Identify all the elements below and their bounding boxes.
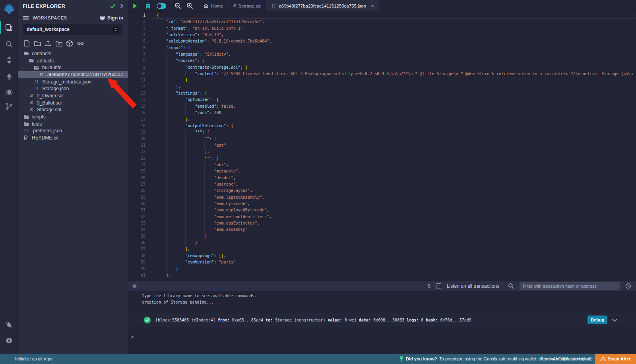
sol-icon: S bbox=[233, 4, 236, 8]
scam-alert-badge[interactable]: Scam Alert bbox=[595, 354, 636, 364]
check-icon[interactable] bbox=[110, 4, 115, 8]
tab-storage-sol[interactable]: SStorage.sol bbox=[229, 0, 267, 12]
file-explorer-header: FILE EXPLORER bbox=[18, 0, 128, 12]
zoom-in-icon[interactable] bbox=[186, 2, 193, 9]
json-icon: {} bbox=[34, 80, 39, 84]
tree-item-artifacts[interactable]: artifacts bbox=[18, 57, 128, 64]
run-script-icon[interactable] bbox=[133, 3, 137, 9]
code-line: "evm.bytecode", bbox=[157, 201, 636, 207]
folder-icon bbox=[23, 122, 29, 126]
code-line: }, bbox=[157, 272, 636, 279]
copilot-toggle[interactable] bbox=[157, 3, 166, 9]
terminal-header: 0 Listen on all transactions bbox=[128, 280, 636, 291]
code-line: "optimizer": { bbox=[157, 97, 636, 103]
zoom-out-icon[interactable] bbox=[175, 2, 181, 9]
status-bar: Initialize as git repo Did you know? To … bbox=[0, 354, 636, 364]
close-tab-icon[interactable]: × bbox=[371, 3, 374, 9]
folder-open-icon bbox=[34, 66, 39, 70]
debugger-icon[interactable] bbox=[0, 85, 18, 99]
tree-item-label: tests bbox=[32, 121, 42, 127]
tree-item-storage-sol[interactable]: SStorage.sol bbox=[18, 106, 128, 114]
code-line: "storageLayout", bbox=[157, 188, 636, 194]
tree-item-tests[interactable]: tests bbox=[18, 120, 128, 128]
sol-icon: S bbox=[29, 93, 34, 98]
tree-item--prettierrc-json[interactable]: {}.prettierrc.json bbox=[18, 128, 128, 135]
settings-gear-icon[interactable] bbox=[0, 334, 18, 347]
hamburger-menu-icon[interactable] bbox=[23, 16, 29, 20]
new-folder-icon[interactable] bbox=[34, 40, 41, 47]
json-icon: {} bbox=[39, 73, 45, 77]
copilot-status[interactable]: RemixAI Copilot (enabled) bbox=[541, 356, 591, 361]
git-icon[interactable] bbox=[0, 99, 18, 113]
code-line: "evm.legacyAssembly", bbox=[157, 194, 636, 201]
line-number-gutter: 1234567891011121314151617181920212223242… bbox=[128, 12, 151, 279]
search-icon[interactable] bbox=[0, 37, 18, 51]
tab-a69b43f277ba20fcac141151250ca755-json[interactable]: {}a69b43f277ba20fcac141151250ca755.json× bbox=[267, 0, 379, 12]
folder-icon bbox=[23, 115, 29, 119]
warning-triangle-icon bbox=[600, 356, 606, 361]
github-octocat-icon bbox=[99, 15, 105, 21]
workspace-select[interactable]: default_workspace bbox=[23, 24, 122, 35]
workspace-stepper-icon bbox=[112, 26, 119, 33]
expand-tx-chevron-icon[interactable] bbox=[611, 318, 618, 322]
panel-title: FILE EXPLORER bbox=[23, 3, 110, 9]
sol-icon: S bbox=[29, 101, 34, 105]
code-editor[interactable]: 1234567891011121314151617181920212223242… bbox=[128, 12, 636, 280]
ai-robot-icon[interactable] bbox=[145, 2, 151, 9]
upload-folder-icon[interactable] bbox=[55, 40, 62, 47]
terminal-prompt[interactable]: > bbox=[131, 334, 134, 339]
tree-item-contracts[interactable]: contracts bbox=[18, 50, 128, 57]
terminal-search-icon bbox=[508, 283, 514, 289]
json-icon: {} bbox=[23, 129, 29, 133]
code-line: "evmVersion": "paris" bbox=[157, 259, 636, 265]
terminal-line: creation of Storage pending... bbox=[128, 299, 636, 306]
tree-item-3-ballot-sol[interactable]: S3_Ballot.sol bbox=[18, 99, 128, 106]
code-line: "*": [ bbox=[157, 155, 636, 162]
clear-console-icon[interactable] bbox=[625, 283, 631, 289]
code-line: ], bbox=[157, 149, 636, 155]
tree-item-readme-txt[interactable]: README.txt bbox=[18, 134, 128, 141]
solidity-compiler-icon[interactable] bbox=[0, 53, 18, 67]
tree-item-build-info[interactable]: build-info bbox=[18, 64, 128, 71]
listen-transactions-label: Listen on all transactions bbox=[447, 283, 499, 289]
remix-logo-icon[interactable] bbox=[0, 2, 18, 17]
remix-ide-window: FILE EXPLORER WORKSPACES Sign in default… bbox=[0, 0, 636, 364]
git-init-button[interactable]: Initialize as git repo bbox=[15, 356, 52, 361]
sol-icon: S bbox=[29, 108, 34, 112]
tx-success-check-icon bbox=[144, 317, 151, 323]
tree-item-label: 2_Owner.sol bbox=[37, 93, 64, 99]
tree-item-storage-metadata-json[interactable]: {}Storage_metadata.json bbox=[18, 78, 128, 85]
collapse-terminal-icon[interactable] bbox=[132, 283, 137, 288]
chevron-right-icon[interactable] bbox=[120, 4, 123, 8]
workspaces-label: WORKSPACES bbox=[33, 15, 95, 20]
debug-button[interactable]: Debug bbox=[588, 316, 607, 324]
cube-icon[interactable] bbox=[66, 40, 73, 47]
tree-item-a69b43f277ba20fcac141151250ca7-[interactable]: {}a69b43f277ba20fcac141151250ca7... bbox=[18, 71, 128, 78]
code-line: "evm.assembly" bbox=[157, 227, 636, 233]
github-sign-in-button[interactable]: Sign in bbox=[99, 15, 123, 21]
code-line: "_format": "hh-sol-build-info-1", bbox=[157, 25, 636, 32]
deploy-and-run-icon[interactable] bbox=[0, 70, 18, 83]
new-file-icon[interactable] bbox=[23, 40, 30, 47]
tx-summary: [block:5583405 txIndex:4] from: 0xa03...… bbox=[155, 318, 588, 322]
code-line: "metadata", bbox=[157, 168, 636, 174]
tab-home[interactable]: Home bbox=[199, 0, 229, 12]
folder-open-icon bbox=[29, 58, 34, 63]
plugin-manager-icon[interactable] bbox=[0, 318, 18, 331]
upload-file-icon[interactable] bbox=[45, 40, 52, 47]
transaction-log-row[interactable]: [block:5583405 txIndex:4] from: 0xa03...… bbox=[128, 313, 636, 327]
code-line: "userdoc", bbox=[157, 181, 636, 188]
tree-item-storage-json[interactable]: {}Storage.json bbox=[18, 85, 128, 92]
listen-transactions-checkbox[interactable] bbox=[436, 283, 441, 288]
file-icon bbox=[23, 136, 29, 140]
transaction-count: 0 bbox=[428, 283, 430, 289]
transaction-filter-input[interactable] bbox=[520, 282, 620, 290]
tree-item-2-owner-sol[interactable]: S2_Owner.sol bbox=[18, 92, 128, 99]
tab-label: Storage.sol bbox=[238, 4, 261, 8]
terminal[interactable]: Type the library name to see available c… bbox=[128, 291, 636, 354]
code-line: } bbox=[157, 240, 636, 246]
file-explorer-icon[interactable] bbox=[0, 21, 18, 34]
file-explorer-toolbar bbox=[23, 40, 84, 47]
link-icon[interactable] bbox=[77, 40, 84, 47]
tree-item-scripts[interactable]: scripts bbox=[18, 113, 128, 120]
